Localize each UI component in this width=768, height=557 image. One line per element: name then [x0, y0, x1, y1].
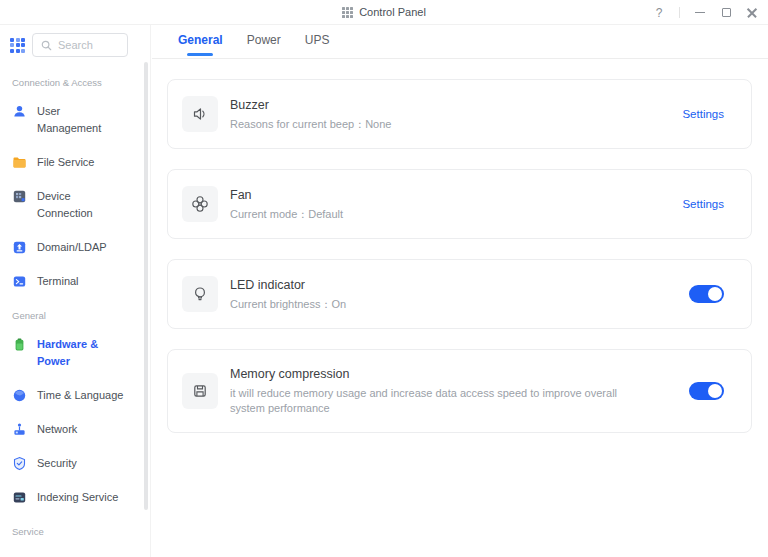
control-panel-app-icon — [342, 7, 353, 18]
search-box[interactable] — [32, 33, 128, 57]
sidebar-item-indexing-service[interactable]: Indexing Service — [12, 489, 150, 506]
help-icon[interactable]: ? — [653, 7, 665, 19]
led-indicator-card: LED indicator Current brightness：On — [167, 259, 752, 329]
maximize-icon[interactable] — [720, 7, 732, 19]
sidebar-scrollbar[interactable] — [144, 62, 148, 510]
user-icon — [12, 104, 27, 119]
section-label-service: Service — [12, 526, 150, 537]
folder-icon — [12, 155, 27, 170]
tab-power[interactable]: Power — [247, 33, 281, 58]
buzzer-card: Buzzer Reasons for current beep：None Set… — [167, 79, 752, 149]
indexing-icon — [12, 490, 27, 505]
sidebar-item-file-service[interactable]: File Service — [12, 154, 150, 171]
card-title: Memory compression — [230, 367, 650, 381]
search-input[interactable] — [58, 39, 119, 51]
sidebar-item-label: File Service — [37, 154, 94, 171]
fan-card: Fan Current mode：Default Settings — [167, 169, 752, 239]
sidebar-item-time-language[interactable]: Time & Language — [12, 387, 150, 404]
card-description: it will reduce memory usage and increase… — [230, 386, 650, 416]
sidebar-item-security[interactable]: Security — [12, 455, 150, 472]
globe-icon — [12, 388, 27, 403]
sidebar: Connection & Access User Management File… — [0, 25, 151, 557]
main-content: General Power UPS Buzzer Reasons for cur… — [152, 25, 768, 557]
window-title: Control Panel — [359, 6, 426, 18]
close-icon[interactable] — [746, 7, 758, 19]
floppy-icon — [182, 373, 218, 409]
speaker-icon — [182, 96, 218, 132]
card-title: Buzzer — [230, 98, 391, 112]
sidebar-item-label: Network — [37, 421, 77, 438]
sidebar-item-terminal[interactable]: Terminal — [12, 273, 150, 290]
card-title: Fan — [230, 188, 343, 202]
memory-compression-toggle[interactable] — [689, 382, 724, 400]
network-icon — [12, 422, 27, 437]
sidebar-item-network[interactable]: Network — [12, 421, 150, 438]
minimize-icon[interactable] — [694, 7, 706, 19]
battery-icon — [12, 337, 27, 352]
tab-general[interactable]: General — [178, 33, 223, 58]
sidebar-item-label: Security — [37, 455, 77, 472]
section-label-general: General — [12, 310, 150, 321]
card-title: LED indicator — [230, 278, 346, 292]
sidebar-item-label: Hardware & Power — [37, 336, 98, 370]
memory-compression-card: Memory compression it will reduce memory… — [167, 349, 752, 433]
sidebar-item-label: Time & Language — [37, 387, 123, 404]
sidebar-item-device-connection[interactable]: Device Connection — [12, 188, 150, 222]
led-indicator-toggle[interactable] — [689, 285, 724, 303]
sidebar-item-label: Domain/LDAP — [37, 239, 107, 256]
titlebar-divider — [679, 7, 680, 18]
buzzer-settings-link[interactable]: Settings — [682, 108, 724, 120]
apps-grid-icon[interactable] — [10, 38, 25, 53]
tab-ups[interactable]: UPS — [305, 33, 330, 58]
sidebar-item-domain-ldap[interactable]: Domain/LDAP — [12, 239, 150, 256]
section-label-connection-access: Connection & Access — [12, 77, 150, 88]
sidebar-item-label: Device Connection — [37, 188, 93, 222]
card-description: Reasons for current beep：None — [230, 117, 391, 132]
sidebar-item-hardware-power[interactable]: Hardware & Power — [12, 336, 150, 370]
shield-icon — [12, 456, 27, 471]
fan-settings-link[interactable]: Settings — [682, 198, 724, 210]
domain-icon — [12, 240, 27, 255]
search-icon — [41, 40, 52, 51]
device-icon — [12, 189, 27, 204]
card-description: Current brightness：On — [230, 297, 346, 312]
sidebar-item-label: User Management — [37, 103, 101, 137]
titlebar: Control Panel ? — [0, 0, 768, 25]
sidebar-item-user-management[interactable]: User Management — [12, 103, 150, 137]
sidebar-item-label: Indexing Service — [37, 489, 118, 506]
settings-card-list: Buzzer Reasons for current beep：None Set… — [152, 59, 768, 433]
fan-icon — [182, 186, 218, 222]
terminal-icon — [12, 274, 27, 289]
card-description: Current mode：Default — [230, 207, 343, 222]
bulb-icon — [182, 276, 218, 312]
sidebar-item-label: Terminal — [37, 273, 79, 290]
control-panel-window: Control Panel ? Connection & Access — [0, 0, 768, 557]
tab-bar: General Power UPS — [152, 25, 768, 59]
